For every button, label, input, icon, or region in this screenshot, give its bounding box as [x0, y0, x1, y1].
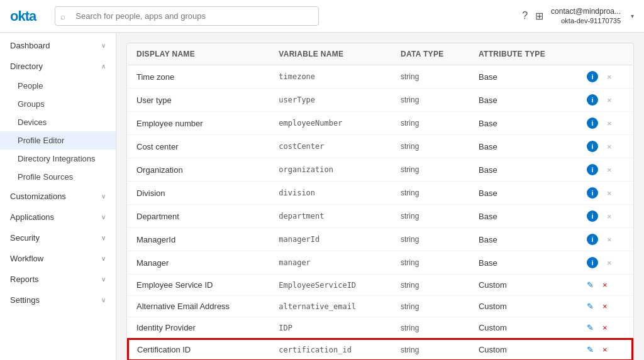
col-actions	[578, 43, 633, 65]
sidebar-label-dashboard: Dashboard	[10, 41, 50, 50]
cell-attr-type: Base	[470, 205, 578, 228]
sidebar-item-groups[interactable]: Groups	[0, 95, 116, 113]
table-row: User typeuserTypestringBasei×	[128, 89, 633, 112]
cell-attr-type: Base	[470, 89, 578, 112]
cell-actions: i×	[578, 65, 633, 89]
cell-data-type: string	[392, 135, 470, 158]
cell-variable-name: EmployeeServiceID	[270, 275, 392, 296]
cell-attr-type: Base	[470, 228, 578, 251]
delete-icon[interactable]: ×	[602, 345, 608, 354]
sidebar-item-workflow[interactable]: Workflow ∨	[0, 248, 116, 269]
col-data-type: Data type	[392, 43, 470, 65]
table-row: ManagermanagerstringBasei×	[128, 251, 633, 275]
cell-attr-type: Base	[470, 112, 578, 135]
sidebar-label-reports: Reports	[10, 275, 39, 284]
chevron-security: ∨	[101, 234, 106, 241]
table-row: Employee Service IDEmployeeServiceIDstri…	[128, 275, 633, 296]
sidebar-item-applications[interactable]: Applications ∨	[0, 207, 116, 227]
sidebar-item-security[interactable]: Security ∨	[0, 227, 116, 248]
sidebar-item-people[interactable]: People	[0, 77, 116, 95]
chevron-workflow: ∨	[101, 255, 106, 262]
cell-data-type: string	[392, 275, 470, 296]
profile-attributes-card: Display name Variable name Data type Att…	[126, 43, 634, 360]
delete-icon[interactable]: ×	[607, 212, 612, 221]
search-input[interactable]	[55, 6, 319, 26]
cell-actions: ✎×	[578, 275, 633, 296]
delete-icon[interactable]: ×	[607, 95, 612, 105]
sidebar-item-directory-integrations[interactable]: Directory Integrations	[0, 150, 116, 168]
table-row: OrganizationorganizationstringBasei×	[128, 158, 633, 182]
sidebar-item-dashboard[interactable]: Dashboard ∨	[0, 35, 116, 56]
sidebar-item-profile-editor[interactable]: Profile Editor	[0, 131, 116, 150]
search-bar: ⌕	[55, 6, 319, 26]
delete-icon[interactable]: ×	[607, 258, 612, 268]
sidebar-label-security: Security	[10, 233, 40, 243]
edit-icon[interactable]: ✎	[587, 323, 594, 332]
edit-icon[interactable]: ✎	[587, 302, 594, 311]
chevron-customizations: ∨	[101, 193, 106, 200]
info-icon[interactable]: i	[587, 210, 598, 222]
cell-data-type: string	[392, 112, 470, 135]
sidebar-item-settings[interactable]: Settings ∨	[0, 290, 116, 310]
cell-variable-name: userType	[270, 89, 392, 112]
info-icon[interactable]: i	[587, 117, 598, 129]
app-header: okta ⌕ ? ⊞ contact@mindproa... okta-dev-…	[0, 0, 644, 33]
cell-variable-name: manager	[270, 251, 392, 275]
delete-icon[interactable]: ×	[607, 72, 612, 82]
info-icon[interactable]: i	[587, 257, 598, 268]
cell-data-type: string	[392, 89, 470, 112]
sidebar-item-directory[interactable]: Directory ∧	[0, 56, 116, 77]
delete-icon[interactable]: ×	[602, 302, 608, 311]
cell-display-name: Employee number	[128, 112, 270, 135]
cell-data-type: string	[392, 296, 470, 317]
info-icon[interactable]: i	[587, 71, 598, 82]
cell-data-type: string	[392, 339, 470, 360]
delete-icon[interactable]: ×	[607, 165, 612, 175]
cell-variable-name: alternative_email	[270, 296, 392, 317]
cell-display-name: Certification ID	[128, 339, 270, 360]
delete-icon[interactable]: ×	[602, 323, 608, 332]
cell-variable-name: employeeNumber	[270, 112, 392, 135]
info-icon[interactable]: i	[587, 234, 598, 245]
cell-actions: i×	[578, 205, 633, 228]
edit-icon[interactable]: ✎	[587, 280, 594, 290]
cell-data-type: string	[392, 205, 470, 228]
cell-data-type: string	[392, 317, 470, 339]
user-menu-chevron[interactable]: ▾	[631, 13, 634, 19]
main-layout: Dashboard ∨ Directory ∧ People Groups De…	[0, 33, 644, 360]
col-attr-type: Attribute type	[470, 43, 578, 65]
chevron-dashboard: ∨	[101, 42, 106, 49]
search-icon: ⌕	[60, 11, 65, 21]
apps-grid-icon[interactable]: ⊞	[535, 10, 543, 22]
info-icon[interactable]: i	[587, 94, 598, 106]
main-content: Display name Variable name Data type Att…	[116, 33, 644, 360]
cell-data-type: string	[392, 158, 470, 182]
sidebar-item-customizations[interactable]: Customizations ∨	[0, 186, 116, 207]
info-icon[interactable]: i	[587, 141, 598, 152]
delete-icon[interactable]: ×	[607, 119, 612, 128]
info-icon[interactable]: i	[587, 164, 598, 175]
cell-variable-name: timezone	[270, 65, 392, 89]
delete-icon[interactable]: ×	[607, 188, 612, 198]
cell-attr-type: Base	[470, 182, 578, 205]
sidebar-item-devices[interactable]: Devices	[0, 113, 116, 131]
cell-display-name: Alternative Email Address	[128, 296, 270, 317]
sidebar-item-profile-sources[interactable]: Profile Sources	[0, 168, 116, 186]
help-icon[interactable]: ?	[522, 10, 528, 21]
cell-actions: i×	[578, 158, 633, 182]
delete-icon[interactable]: ×	[607, 142, 612, 151]
cell-attr-type: Base	[470, 158, 578, 182]
col-variable-name: Variable name	[270, 43, 392, 65]
info-icon[interactable]: i	[587, 187, 598, 199]
sidebar-item-reports[interactable]: Reports ∨	[0, 269, 116, 290]
user-email: contact@mindproa...	[551, 7, 621, 17]
cell-variable-name: division	[270, 182, 392, 205]
table-row: Cost centercostCenterstringBasei×	[128, 135, 633, 158]
delete-icon[interactable]: ×	[602, 280, 608, 290]
cell-actions: i×	[578, 182, 633, 205]
cell-data-type: string	[392, 251, 470, 275]
delete-icon[interactable]: ×	[607, 235, 612, 244]
cell-display-name: Identity Provider	[128, 317, 270, 339]
cell-display-name: Time zone	[128, 65, 270, 89]
edit-icon[interactable]: ✎	[587, 345, 594, 354]
